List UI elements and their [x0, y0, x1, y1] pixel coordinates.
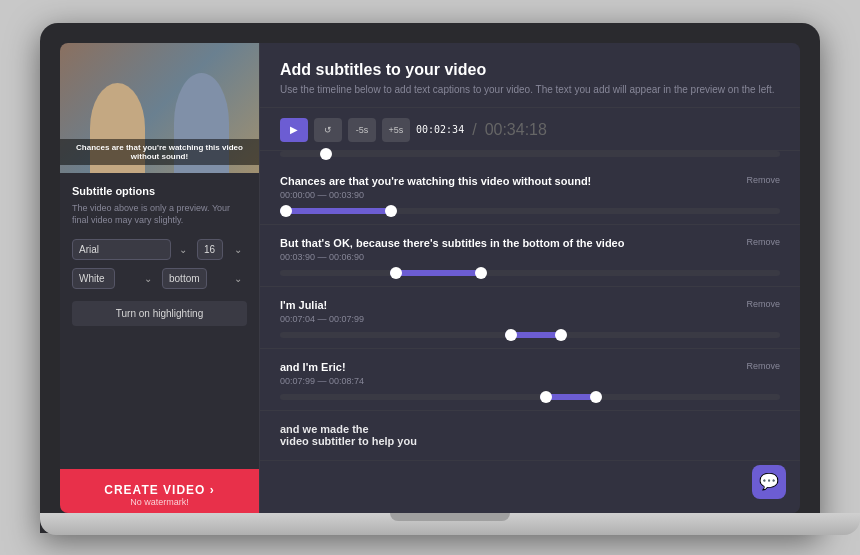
subtitle-text-3: I'm Julia! — [280, 299, 780, 311]
font-select-wrapper: Arial Helvetica Times New Roman — [72, 239, 192, 260]
subtitle-item: Remove I'm Julia! 00:07:04 — 00:07:99 — [260, 287, 800, 349]
range-thumb-start-3[interactable] — [505, 329, 517, 341]
range-fill-2 — [390, 270, 480, 276]
subtitle-time-1: 00:00:00 — 00:03:90 — [280, 190, 780, 200]
subtitle-item: Remove and I'm Eric! 00:07:99 — 00:08:74 — [260, 349, 800, 411]
timeline-track[interactable] — [280, 151, 780, 157]
refresh-button[interactable]: ↺ — [314, 118, 342, 142]
subtitle-time-2: 00:03:90 — 00:06:90 — [280, 252, 780, 262]
range-track-2[interactable] — [280, 270, 780, 276]
subtitles-list: Remove Chances are that you're watching … — [260, 163, 800, 513]
remove-button-4[interactable]: Remove — [746, 361, 780, 371]
position-select[interactable]: bottom top center — [162, 268, 207, 289]
laptop-screen: Chances are that you're watching this vi… — [60, 43, 800, 513]
subtitle-text-2: But that's OK, because there's subtitles… — [280, 237, 780, 249]
right-header: Add subtitles to your video Use the time… — [260, 43, 800, 108]
range-thumb-end-1[interactable] — [385, 205, 397, 217]
subtitle-text-4: and I'm Eric! — [280, 361, 780, 373]
range-thumb-start-1[interactable] — [280, 205, 292, 217]
video-subtitle-overlay: Chances are that you're watching this vi… — [60, 139, 259, 165]
remove-button-3[interactable]: Remove — [746, 299, 780, 309]
range-track-4[interactable] — [280, 394, 780, 400]
page-description: Use the timeline below to add text capti… — [280, 83, 780, 97]
color-select[interactable]: White Black Yellow — [72, 268, 115, 289]
plus5-button[interactable]: +5s — [382, 118, 410, 142]
subtitle-item: Remove Chances are that you're watching … — [260, 163, 800, 225]
page-title: Add subtitles to your video — [280, 61, 780, 79]
play-button[interactable]: ▶ — [280, 118, 308, 142]
range-thumb-end-3[interactable] — [555, 329, 567, 341]
subtitle-item: and we made thevideo subtitler to help y… — [260, 411, 800, 461]
create-video-sublabel: No watermark! — [60, 497, 259, 507]
subtitle-time-3: 00:07:04 — 00:07:99 — [280, 314, 780, 324]
right-panel: Add subtitles to your video Use the time… — [260, 43, 800, 513]
subtitle-item: Remove But that's OK, because there's su… — [260, 225, 800, 287]
range-thumb-start-4[interactable] — [540, 391, 552, 403]
size-select-wrapper: 12 14 16 18 20 — [197, 239, 247, 260]
position-select-wrapper: bottom top center — [162, 268, 247, 289]
remove-button-2[interactable]: Remove — [746, 237, 780, 247]
color-select-wrapper: White Black Yellow — [72, 268, 157, 289]
left-panel: Chances are that you're watching this vi… — [60, 43, 260, 513]
size-select[interactable]: 12 14 16 18 20 — [197, 239, 223, 260]
range-thumb-end-4[interactable] — [590, 391, 602, 403]
subtitle-text-5: and we made thevideo subtitler to help y… — [280, 423, 780, 447]
timeline-slider-wrap — [260, 151, 800, 163]
create-video-button[interactable]: CREATE VIDEO › No watermark! — [60, 469, 259, 513]
subtitle-text-1: Chances are that you're watching this vi… — [280, 175, 780, 187]
subtitle-options-desc: The video above is only a preview. Your … — [72, 202, 247, 227]
total-time: 00:34:18 — [485, 121, 547, 139]
range-track-1[interactable] — [280, 208, 780, 214]
video-preview: Chances are that you're watching this vi… — [60, 43, 259, 173]
timeline-thumb[interactable] — [320, 148, 332, 160]
video-preview-image: Chances are that you're watching this vi… — [60, 43, 259, 173]
chat-bubble-button[interactable]: 💬 — [752, 465, 786, 499]
color-position-row: White Black Yellow bottom top center — [72, 268, 247, 289]
range-fill-1 — [280, 208, 390, 214]
subtitle-time-4: 00:07:99 — 00:08:74 — [280, 376, 780, 386]
minus5-button[interactable]: -5s — [348, 118, 376, 142]
time-separator: / — [472, 121, 476, 139]
chat-icon: 💬 — [759, 472, 779, 491]
subtitle-options-panel: Subtitle options The video above is only… — [60, 173, 259, 469]
create-video-label: CREATE VIDEO › — [60, 483, 259, 497]
range-thumb-end-2[interactable] — [475, 267, 487, 279]
font-size-row: Arial Helvetica Times New Roman 12 14 16… — [72, 239, 247, 260]
right-panel-inner: Remove Chances are that you're watching … — [260, 163, 800, 513]
range-thumb-start-2[interactable] — [390, 267, 402, 279]
highlight-button[interactable]: Turn on highlighting — [72, 301, 247, 326]
current-time: 00:02:34 — [416, 124, 464, 135]
range-track-3[interactable] — [280, 332, 780, 338]
laptop-base — [40, 513, 860, 535]
subtitle-options-title: Subtitle options — [72, 185, 247, 197]
timeline-controls: ▶ ↺ -5s +5s 00:02:34 / 00:34:18 — [260, 108, 800, 151]
laptop-shell: Chances are that you're watching this vi… — [40, 23, 820, 533]
remove-button-1[interactable]: Remove — [746, 175, 780, 185]
font-select[interactable]: Arial Helvetica Times New Roman — [72, 239, 171, 260]
